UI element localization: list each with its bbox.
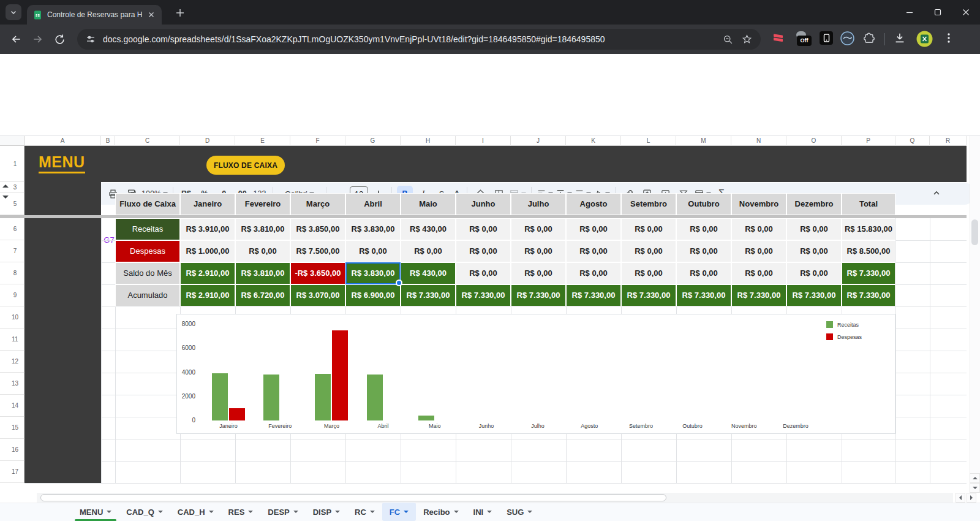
table-cell[interactable]: R$ 0,00 (456, 218, 511, 240)
table-cell[interactable]: R$ 430,00 (401, 262, 456, 284)
table-cell[interactable]: R$ 0,00 (676, 218, 731, 240)
sheet-tab-caret-icon[interactable] (370, 511, 375, 515)
table-cell[interactable]: R$ 3.910,00 (180, 218, 235, 240)
collapse-toolbar-icon[interactable] (932, 189, 941, 197)
cash-flow-chart[interactable]: 80006000400020000JaneiroFevereiroMarçoAb… (176, 314, 895, 434)
extension-off-icon[interactable]: Off (795, 31, 812, 47)
table-cell[interactable]: R$ 0,00 (731, 262, 786, 284)
row-header-14[interactable]: 14 (0, 395, 24, 417)
extension-stripes-icon[interactable] (772, 31, 785, 46)
table-cell[interactable]: R$ 0,00 (511, 218, 566, 240)
sheet-tab-menu[interactable]: MENU (72, 503, 119, 521)
table-cell[interactable]: R$ 3.810,00 (235, 218, 290, 240)
table-cell[interactable]: R$ 7.500,00 (290, 240, 345, 262)
table-cell[interactable]: R$ 7.330,00 (456, 284, 511, 306)
tab-search-button[interactable] (6, 4, 21, 20)
window-close-button[interactable] (952, 0, 980, 25)
row-header-17[interactable]: 17 (0, 461, 24, 483)
sheet-tab-cad_q[interactable]: CAD_Q (119, 503, 170, 521)
column-header-G[interactable]: G (345, 136, 401, 146)
row-header-15[interactable]: 15 (0, 417, 24, 439)
table-cell[interactable]: R$ 7.330,00 (731, 284, 786, 306)
row-header-8[interactable]: 8 (0, 262, 24, 284)
table-cell[interactable]: R$ 0,00 (456, 262, 511, 284)
tab-close-icon[interactable] (147, 10, 156, 19)
new-tab-button[interactable] (173, 6, 187, 20)
table-cell[interactable]: R$ 3.830,00 (345, 218, 401, 240)
table-cell[interactable]: R$ 0,00 (786, 262, 842, 284)
row-group-collapse-down-icon[interactable] (2, 196, 9, 202)
sheet-tab-caret-icon[interactable] (158, 511, 163, 515)
column-header-O[interactable]: O (786, 136, 842, 146)
frozen-rows-divider[interactable] (0, 215, 967, 218)
window-maximize-button[interactable] (924, 0, 952, 25)
horizontal-scrollbar-thumb[interactable] (40, 494, 666, 501)
column-header-D[interactable]: D (180, 136, 235, 146)
fluxo-de-caixa-button[interactable]: FLUXO DE CAIXA (206, 156, 285, 175)
table-cell[interactable]: R$ 2.910,00 (180, 262, 235, 284)
scroll-up-button[interactable] (970, 473, 980, 483)
site-info-icon[interactable] (86, 34, 96, 44)
window-minimize-button[interactable] (895, 0, 924, 25)
table-cell[interactable]: R$ 0,00 (621, 262, 676, 284)
table-cell[interactable]: R$ 7.330,00 (511, 284, 566, 306)
url-bar[interactable]: docs.google.com/spreadsheets/d/1SsaFXoa2… (77, 29, 761, 50)
downloads-icon[interactable] (893, 31, 907, 45)
table-cell[interactable]: R$ 1.000,00 (180, 240, 235, 262)
sheet-tab-caret-icon[interactable] (107, 511, 111, 515)
zoom-out-icon[interactable] (723, 34, 733, 45)
column-header-H[interactable]: H (401, 136, 456, 146)
row-group-collapse-up-icon[interactable] (2, 181, 9, 188)
sheet-tab-res[interactable]: RES (221, 503, 261, 521)
column-header-P[interactable]: P (842, 136, 895, 146)
column-header-F[interactable]: F (290, 136, 345, 146)
table-cell[interactable]: R$ 7.330,00 (842, 262, 895, 284)
column-header-E[interactable]: E (235, 136, 290, 146)
table-cell[interactable]: R$ 0,00 (621, 218, 676, 240)
select-all-corner[interactable] (0, 136, 24, 146)
sheet-tab-desp[interactable]: DESP (260, 503, 305, 521)
sheet-tab-fc[interactable]: FC (382, 503, 416, 521)
table-cell[interactable]: R$ 6.720,00 (235, 284, 290, 306)
table-cell[interactable]: R$ 0,00 (676, 262, 731, 284)
sheet-tab-cad_h[interactable]: CAD_H (170, 503, 221, 521)
table-cell[interactable]: R$ 0,00 (511, 240, 566, 262)
table-cell[interactable]: R$ 430,00 (401, 218, 456, 240)
column-header-Q[interactable]: Q (895, 136, 930, 146)
table-cell[interactable]: R$ 6.900,00 (345, 284, 401, 306)
table-cell[interactable]: R$ 0,00 (676, 240, 731, 262)
column-header-L[interactable]: L (621, 136, 676, 146)
column-header-M[interactable]: M (676, 136, 731, 146)
table-cell[interactable]: R$ 0,00 (731, 218, 786, 240)
sheet-tab-caret-icon[interactable] (404, 511, 409, 515)
table-cell[interactable]: R$ 0,00 (786, 240, 842, 262)
table-cell[interactable]: R$ 7.330,00 (842, 284, 895, 306)
sheet-tab-sug[interactable]: SUG (499, 503, 540, 521)
bookmark-star-icon[interactable] (742, 34, 752, 45)
table-cell[interactable]: R$ 0,00 (456, 240, 511, 262)
table-cell[interactable]: R$ 2.910,00 (180, 284, 235, 306)
table-cell[interactable]: R$ 15.830,00 (842, 218, 895, 240)
row-header-6[interactable]: 6 (0, 218, 24, 240)
table-cell[interactable]: R$ 0,00 (345, 240, 401, 262)
sheet-tab-caret-icon[interactable] (487, 511, 492, 515)
table-cell[interactable]: R$ 3.810,00 (235, 262, 290, 284)
table-cell[interactable]: R$ 7.330,00 (401, 284, 456, 306)
table-cell[interactable]: R$ 0,00 (731, 240, 786, 262)
column-header-J[interactable]: J (511, 136, 566, 146)
row-header-1[interactable]: 1 (0, 146, 24, 182)
sheet-tab-recibo[interactable]: Recibo (416, 503, 466, 521)
extension-globe-icon[interactable] (840, 31, 854, 45)
column-header-A[interactable]: A (24, 136, 101, 146)
table-cell[interactable]: R$ 7.330,00 (621, 284, 676, 306)
column-header-K[interactable]: K (566, 136, 621, 146)
sheet-tab-caret-icon[interactable] (527, 511, 532, 515)
vertical-scrollbar-thumb[interactable] (971, 219, 978, 245)
row-header-11[interactable]: 11 (0, 329, 24, 351)
column-header-R[interactable]: R (930, 136, 967, 146)
sheet-tab-caret-icon[interactable] (335, 511, 340, 515)
sheet-tab-caret-icon[interactable] (293, 511, 298, 515)
table-cell[interactable]: R$ 7.330,00 (566, 284, 621, 306)
table-cell[interactable]: -R$ 3.650,00 (290, 262, 345, 284)
table-cell[interactable]: R$ 3.850,00 (290, 218, 345, 240)
